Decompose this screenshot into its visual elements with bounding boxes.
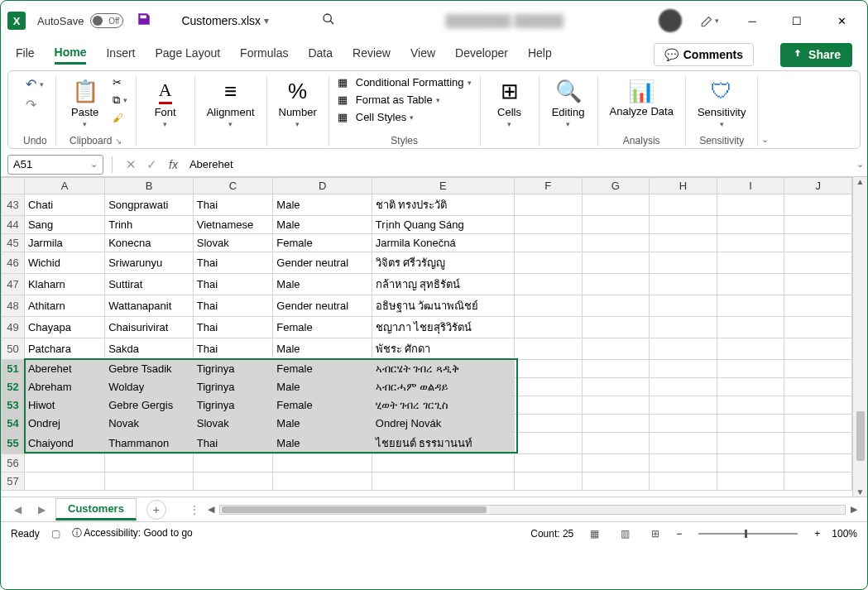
cell[interactable]: Patchara <box>24 338 104 360</box>
cell[interactable] <box>514 216 582 234</box>
view-normal-button[interactable]: ▦ <box>585 526 604 541</box>
cell[interactable]: Aberehet <box>24 360 104 378</box>
tab-insert[interactable]: Insert <box>106 46 135 63</box>
cell[interactable]: ኣብርሓም ወልዳይ <box>372 378 514 396</box>
cell[interactable] <box>582 252 650 274</box>
cell[interactable]: Tigrinya <box>193 396 273 415</box>
scroll-right-icon[interactable]: ▶ <box>847 504 861 515</box>
cell[interactable] <box>784 415 852 433</box>
column-header[interactable]: I <box>717 178 784 194</box>
cell[interactable] <box>24 454 104 472</box>
ribbon-expand[interactable]: ⌄ <box>758 76 772 146</box>
cell[interactable] <box>582 295 650 317</box>
row-header[interactable]: 51 <box>2 360 25 378</box>
format-painter-button[interactable]: 🖌 <box>113 112 127 124</box>
cell[interactable] <box>784 194 852 216</box>
formula-input[interactable] <box>185 156 852 172</box>
sheet-nav-next[interactable]: ▶ <box>31 504 52 516</box>
cell[interactable]: Male <box>273 216 372 234</box>
cell[interactable]: Trịnh Quang Sáng <box>372 216 514 234</box>
filename[interactable]: Customers.xlsx ▾ <box>181 14 269 27</box>
cell[interactable] <box>582 433 650 454</box>
cell[interactable]: Sakda <box>105 338 194 360</box>
cell[interactable]: Tigrinya <box>193 378 273 396</box>
cell[interactable] <box>514 433 582 454</box>
cell[interactable]: Vietnamese <box>193 216 273 234</box>
horizontal-scrollbar[interactable]: ⋮ ◀ ▶ <box>189 504 867 516</box>
undo-button[interactable]: ↶▾ <box>26 76 44 92</box>
cell[interactable] <box>650 338 717 360</box>
cell[interactable] <box>784 338 852 360</box>
cell[interactable] <box>717 396 784 415</box>
cell[interactable] <box>650 317 717 338</box>
cell[interactable] <box>582 472 650 491</box>
cell[interactable]: Male <box>273 338 372 360</box>
number-button[interactable]: % Number ▾ <box>276 76 320 130</box>
column-header[interactable]: E <box>372 178 514 194</box>
cell[interactable]: Konecna <box>105 234 194 252</box>
font-button[interactable]: A Font ▾ <box>145 76 186 130</box>
scroll-up-icon[interactable]: ▲ <box>856 177 865 186</box>
cell[interactable] <box>784 252 852 274</box>
cell[interactable] <box>717 454 784 472</box>
view-page-layout-button[interactable]: ▥ <box>616 526 635 541</box>
editing-button[interactable]: 🔍 Editing ▾ <box>548 76 589 130</box>
cell[interactable] <box>650 216 717 234</box>
cell[interactable]: Gender neutral <box>273 295 372 317</box>
formula-expand-button[interactable]: ⌄ <box>852 159 867 170</box>
save-icon[interactable] <box>137 12 151 31</box>
cell[interactable]: Thai <box>193 252 273 274</box>
column-header[interactable]: A <box>24 178 104 194</box>
cell[interactable]: Tigrinya <box>193 360 273 378</box>
cell[interactable] <box>514 234 582 252</box>
cell[interactable]: Trinh <box>105 216 194 234</box>
zoom-slider[interactable] <box>698 533 798 535</box>
cell[interactable] <box>650 415 717 433</box>
row-header[interactable]: 55 <box>2 433 25 454</box>
cell[interactable]: Male <box>273 274 372 295</box>
scroll-down-icon[interactable]: ▼ <box>856 487 865 496</box>
cell[interactable] <box>514 338 582 360</box>
cell[interactable]: Gender neutral <box>273 252 372 274</box>
cell[interactable]: Ondrej Novák <box>372 415 514 433</box>
cell[interactable]: ኣብርሄት ገብረ ጻዲቅ <box>372 360 514 378</box>
avatar[interactable] <box>659 9 682 32</box>
cell[interactable] <box>372 454 514 472</box>
cell[interactable]: Hiwot <box>24 396 104 415</box>
cell[interactable]: ሂወት ገብረ ገርጊስ <box>372 396 514 415</box>
cell[interactable]: Female <box>273 234 372 252</box>
hscroll-thumb[interactable] <box>222 506 487 513</box>
cell[interactable] <box>650 433 717 454</box>
tab-developer[interactable]: Developer <box>455 46 508 63</box>
cell[interactable]: Thai <box>193 338 273 360</box>
cell[interactable]: Chaiyond <box>24 433 104 454</box>
row-header[interactable]: 47 <box>2 274 25 295</box>
cell[interactable] <box>514 454 582 472</box>
cell[interactable] <box>717 252 784 274</box>
cell[interactable] <box>514 415 582 433</box>
cell[interactable] <box>514 317 582 338</box>
cell[interactable]: Wichid <box>24 252 104 274</box>
column-header[interactable]: C <box>193 178 273 194</box>
cell[interactable]: Thai <box>193 274 273 295</box>
cells-button[interactable]: ⊞ Cells ▾ <box>489 76 530 130</box>
cell[interactable] <box>514 295 582 317</box>
cell[interactable]: Thai <box>193 317 273 338</box>
tab-page-layout[interactable]: Page Layout <box>155 46 220 63</box>
cell[interactable] <box>514 472 582 491</box>
cell[interactable] <box>514 378 582 396</box>
cell[interactable] <box>717 274 784 295</box>
spreadsheet-grid[interactable]: ABCDEFGHIJ43ChatiSongprawatiThaiMaleชาติ… <box>1 177 852 491</box>
cell[interactable] <box>650 295 717 317</box>
name-box[interactable]: A51 ⌄ <box>7 155 103 175</box>
share-button[interactable]: Share <box>780 43 852 67</box>
cell[interactable]: Slovak <box>193 415 273 433</box>
cell[interactable] <box>717 295 784 317</box>
cell[interactable] <box>717 472 784 491</box>
column-header[interactable]: D <box>273 178 372 194</box>
comments-button[interactable]: 💬 Comments <box>654 43 754 66</box>
cell[interactable] <box>784 472 852 491</box>
cell[interactable] <box>717 338 784 360</box>
cell[interactable] <box>372 472 514 491</box>
row-header[interactable]: 56 <box>2 454 25 472</box>
